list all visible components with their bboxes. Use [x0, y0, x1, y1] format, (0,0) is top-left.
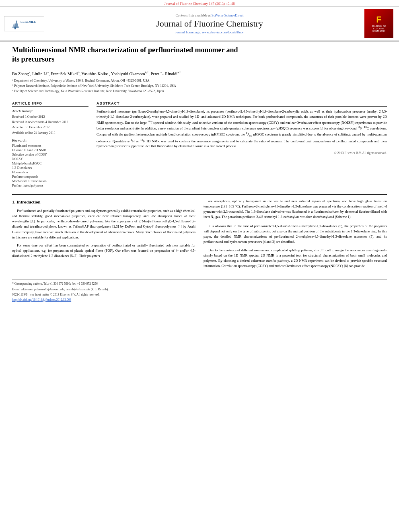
article-history-label: Article history:: [12, 109, 88, 113]
keywords-label: Keywords:: [12, 138, 88, 142]
top-journal-bar: Journal of Fluorine Chemistry 147 (2013)…: [0, 0, 399, 7]
copyright-text: © 2013 Elsevier B.V. All rights reserved…: [97, 151, 387, 155]
svg-text:ELSEVIER: ELSEVIER: [21, 20, 37, 24]
body-col-right: are amorphous, optically transparent in …: [204, 199, 387, 272]
article-info-heading: ARTICLE INFO: [12, 101, 88, 107]
svg-rect-3: [14, 27, 16, 29]
issn-line: 0022-1139/$ – see front matter © 2013 El…: [12, 292, 387, 297]
affiliation-c: ᶜ Faculty of Science and Technology, Kei…: [12, 89, 387, 94]
article-content: Multidimensional NMR characterization of…: [0, 41, 399, 275]
journal-title: Journal of Fluorine Chemistry: [156, 18, 263, 29]
body-col-left: 1. Introduction Perfluorinated and parti…: [12, 199, 195, 272]
sciverse-link[interactable]: SciVerse ScienceDirect: [212, 13, 244, 17]
doi-link[interactable]: http://dx.doi.org/10.1016/j.jfluchem.201…: [12, 298, 387, 302]
affiliation-a: ᵃ Department of Chemistry, University of…: [12, 78, 387, 83]
received-date: Received 3 October 2012: [12, 115, 88, 119]
elsevier-logo-area: ELSEVIER: [4, 9, 56, 38]
keyword-1: Fluorine 1D and 2D NMR: [12, 148, 88, 152]
keyword-2: Selective version of COSY: [12, 153, 88, 156]
sciverse-text: Contents lists available at SciVerse Sci…: [176, 13, 244, 17]
journal-ref-text: Journal of Fluorine Chemistry 147 (2013)…: [164, 2, 234, 6]
abstract-column: ABSTRACT Perfluorinated monomer (perfluo…: [97, 101, 387, 188]
page-wrapper: Journal of Fluorine Chemistry 147 (2013)…: [0, 0, 399, 302]
journal-logo: F JOURNAL OFFLUORINECHEMISTRY: [364, 9, 393, 38]
keyword-8: Mechanism of fluorination: [12, 179, 88, 183]
body-section: 1. Introduction Perfluorinated and parti…: [12, 194, 387, 272]
article-info-column: ARTICLE INFO Article history: Received 3…: [12, 101, 88, 188]
doi-anchor[interactable]: http://dx.doi.org/10.1016/j.jfluchem.201…: [12, 298, 71, 302]
accepted-date: Accepted 18 December 2012: [12, 125, 88, 129]
info-abstract-section: ARTICLE INFO Article history: Received 3…: [12, 98, 387, 188]
svg-rect-0: [6, 17, 42, 31]
journal-homepage: journal homepage: www.elsevier.com/locat…: [175, 30, 244, 34]
keyword-0: Fluorinated monomers: [12, 144, 88, 148]
body-para-2: For some time our effort has been concen…: [12, 243, 195, 259]
footnote-section: * Corresponding authors. Tel.: +1 330 97…: [12, 279, 387, 302]
journal-title-area: Contents lists available at SciVerse Sci…: [60, 9, 359, 38]
body-para-3: are amorphous, optically transparent in …: [204, 199, 387, 221]
body-two-col: 1. Introduction Perfluorinated and parti…: [12, 199, 387, 272]
affiliation-b: ᵇ Polymer Research Institute, Polytechni…: [12, 84, 387, 88]
corresponding-author-note: * Corresponding authors. Tel.: +1 330 97…: [12, 281, 387, 286]
keyword-6: Fluorination: [12, 170, 88, 174]
abstract-paragraph: Perfluorinated monomer (perfluoro-2-meth…: [97, 109, 387, 149]
email-addresses: E-mail addresses: peterrinaldi@uakron.ed…: [12, 287, 387, 292]
revised-date: Received in revised form 4 December 2012: [12, 120, 88, 124]
journal-logo-subtitle: JOURNAL OFFLUORINECHEMISTRY: [372, 25, 386, 32]
abstract-heading: ABSTRACT: [97, 101, 387, 107]
article-title: Multidimensional NMR characterization of…: [12, 45, 387, 67]
journal-logo-area: F JOURNAL OFFLUORINECHEMISTRY: [363, 9, 395, 38]
body-para-4: It is obvious that in the case of perflu…: [204, 224, 387, 245]
keyword-5: 1,3-Dioxolanes: [12, 166, 88, 170]
journal-logo-letter: F: [376, 15, 381, 24]
keyword-3: NOESY: [12, 157, 88, 161]
abstract-text: Perfluorinated monomer (perfluoro-2-meth…: [97, 109, 387, 149]
keyword-7: Perfluro compounds: [12, 175, 88, 179]
keyword-4: Multiple-bond gHSQC: [12, 162, 88, 165]
keyword-9: Perfluorinated polymers: [12, 184, 88, 187]
available-date: Available online 24 January 2013: [12, 131, 88, 135]
body-para-1: Perfluorinated and partially fluorinated…: [12, 208, 195, 240]
body-para-5: Due to the existence of different isomer…: [204, 248, 387, 269]
affiliations: ᵃ Department of Chemistry, University of…: [12, 78, 387, 94]
section1-heading: 1. Introduction: [12, 199, 195, 205]
elsevier-logo: ELSEVIER: [4, 16, 44, 31]
journal-header: ELSEVIER Contents lists available at Sci…: [0, 7, 399, 41]
authors-line: Bo Zhanga, Linlin Lia, František Mikešb,…: [12, 70, 387, 77]
